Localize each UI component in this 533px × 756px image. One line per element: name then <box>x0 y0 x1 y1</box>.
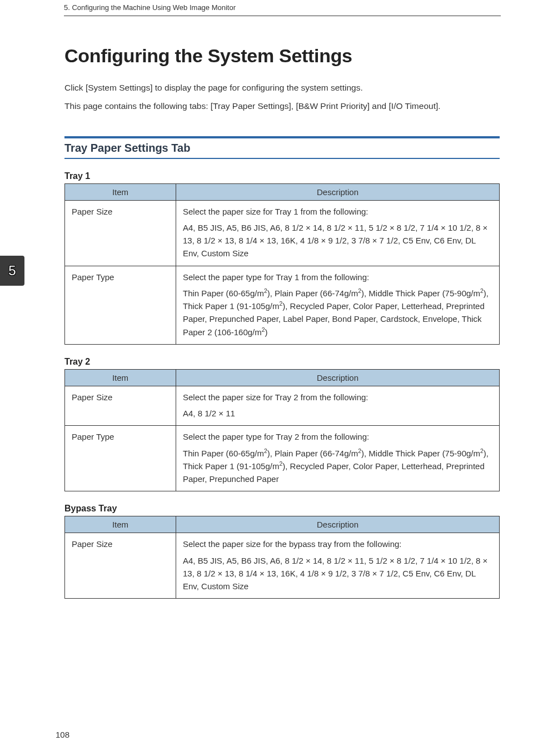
table-caption-tray2: Tray 2 <box>64 357 500 367</box>
table-caption-bypass: Bypass Tray <box>64 504 500 514</box>
col-header-desc: Description <box>176 369 500 386</box>
col-header-desc: Description <box>176 183 500 200</box>
desc-line: A4, B5 JIS, A5, B6 JIS, A6, 8 1/2 × 14, … <box>183 554 492 593</box>
desc-line: Select the paper size for Tray 2 from th… <box>183 391 492 404</box>
table-tray1: Item Description Paper Size Select the p… <box>64 183 500 345</box>
desc-line: Thin Paper (60-65g/m2), Plain Paper (66-… <box>183 287 492 339</box>
table-header-row: Item Description <box>65 369 500 386</box>
table-row: Paper Type Select the paper type for Tra… <box>65 426 500 491</box>
chapter-tab: 5 <box>0 256 24 286</box>
col-header-item: Item <box>65 183 176 200</box>
table-row: Paper Size Select the paper size for Tra… <box>65 200 500 266</box>
col-header-item: Item <box>65 369 176 386</box>
table-row: Paper Type Select the paper type for Tra… <box>65 266 500 344</box>
cell-item: Paper Type <box>65 266 176 344</box>
col-header-desc: Description <box>176 516 500 533</box>
cell-desc: Select the paper size for the bypass tra… <box>176 533 500 599</box>
col-header-item: Item <box>65 516 176 533</box>
cell-desc: Select the paper size for Tray 2 from th… <box>176 386 500 426</box>
intro-paragraph-2: This page contains the following tabs: [… <box>64 100 500 112</box>
table-tray2: Item Description Paper Size Select the p… <box>64 369 500 492</box>
intro-paragraph-1: Click [System Settings] to display the p… <box>64 81 500 94</box>
table-header-row: Item Description <box>65 516 500 533</box>
desc-line: Select the paper type for Tray 2 from th… <box>183 430 492 443</box>
desc-line: Select the paper size for the bypass tra… <box>183 538 492 550</box>
cell-item: Paper Size <box>65 386 176 426</box>
chapter-number: 5 <box>8 263 16 278</box>
desc-line: Select the paper type for Tray 1 from th… <box>183 271 492 284</box>
page-header: 5. Configuring the Machine Using Web Ima… <box>64 0 501 16</box>
page-title: Configuring the System Settings <box>64 45 500 67</box>
section-header: Tray Paper Settings Tab <box>64 142 500 159</box>
table-header-row: Item Description <box>65 183 500 200</box>
desc-line: Thin Paper (60-65g/m2), Plain Paper (66-… <box>183 447 492 486</box>
page-number: 108 <box>56 730 69 739</box>
cell-desc: Select the paper size for Tray 1 from th… <box>176 200 500 266</box>
table-caption-tray1: Tray 1 <box>64 171 500 181</box>
desc-line: Select the paper size for Tray 1 from th… <box>183 205 492 218</box>
cell-item: Paper Type <box>65 426 176 491</box>
table-row: Paper Size Select the paper size for Tra… <box>65 386 500 426</box>
cell-desc: Select the paper type for Tray 1 from th… <box>176 266 500 344</box>
desc-line: A4, 8 1/2 × 11 <box>183 407 492 420</box>
breadcrumb: 5. Configuring the Machine Using Web Ima… <box>64 3 236 12</box>
cell-item: Paper Size <box>65 533 176 599</box>
cell-desc: Select the paper type for Tray 2 from th… <box>176 426 500 491</box>
cell-item: Paper Size <box>65 200 176 266</box>
table-bypass: Item Description Paper Size Select the p… <box>64 516 500 599</box>
section-header-wrap: Tray Paper Settings Tab <box>64 136 500 159</box>
desc-line: A4, B5 JIS, A5, B6 JIS, A6, 8 1/2 × 14, … <box>183 221 492 260</box>
table-row: Paper Size Select the paper size for the… <box>65 533 500 599</box>
